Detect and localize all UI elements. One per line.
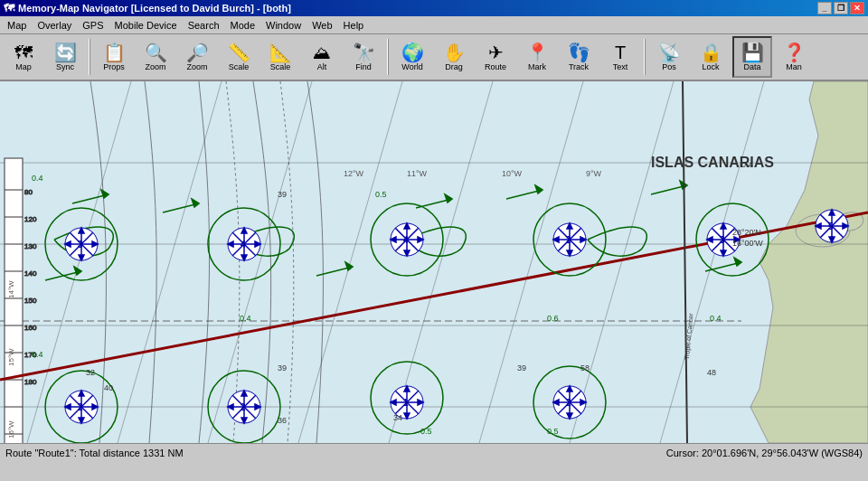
svg-text:16°00'W: 16°00'W (732, 239, 763, 248)
svg-text:0.4: 0.4 (240, 314, 251, 323)
toolbar-icon-route: ✈ (488, 43, 504, 61)
toolbar-btn-lock[interactable]: 🔒Lock (691, 36, 731, 78)
menu-item-search[interactable]: Search (183, 16, 225, 33)
menu-item-mobile-device[interactable]: Mobile Device (109, 16, 183, 33)
minimize-button[interactable]: _ (817, 2, 832, 14)
map-svg: 80 120 130 140 150 160 170 180 (0, 81, 868, 443)
svg-text:1: 1 (403, 398, 409, 408)
toolbar-btn-mark[interactable]: 📍Mark (517, 36, 557, 78)
svg-text:150: 150 (24, 297, 37, 305)
statusbar: Route "Route1": Total distance 1331 NM C… (0, 443, 868, 461)
toolbar-btn-pos[interactable]: 📡Pos (649, 36, 689, 78)
svg-text:0.5: 0.5 (375, 190, 387, 199)
svg-text:2: 2 (566, 398, 571, 408)
titlebar: 🗺 Memory-Map Navigator [Licensed to Davi… (0, 0, 868, 16)
toolbar-btn-props[interactable]: 📋Props (94, 36, 134, 78)
svg-text:16°W: 16°W (7, 420, 15, 439)
toolbar-separator (89, 39, 90, 75)
toolbar-btn-drag[interactable]: ✋Drag (434, 36, 474, 78)
svg-text:0.4: 0.4 (32, 174, 43, 183)
toolbar-btn-alt[interactable]: ⛰Alt (302, 36, 342, 78)
menu-item-help[interactable]: Help (338, 16, 370, 33)
svg-text:0.5: 0.5 (420, 427, 432, 436)
svg-text:4: 4 (403, 235, 409, 245)
toolbar-btn-man[interactable]: ❓Man (774, 36, 814, 78)
toolbar-separator (387, 39, 389, 75)
toolbar-btn-scale[interactable]: 📏Scale (219, 36, 259, 78)
menu-item-overlay[interactable]: Overlay (32, 16, 77, 33)
toolbar-btn-text[interactable]: TText (600, 36, 640, 78)
svg-text:0.5: 0.5 (547, 427, 559, 436)
toolbar-icon-data: 💾 (741, 43, 764, 61)
menu-item-mode[interactable]: Mode (225, 16, 261, 33)
toolbar-btn-zoom[interactable]: 🔍Zoom (136, 36, 175, 78)
svg-text:0.4: 0.4 (741, 160, 753, 169)
svg-text:5: 5 (828, 222, 834, 231)
toolbar-icon-zoom: 🔍 (145, 43, 167, 61)
toolbar-btn-world[interactable]: 🌍World (392, 36, 432, 78)
menu-item-web[interactable]: Web (307, 16, 337, 33)
svg-text:ISLAS CANARIAS: ISLAS CANARIAS (651, 155, 774, 170)
svg-rect-17 (5, 158, 23, 443)
map-area[interactable]: 80 120 130 140 150 160 170 180 (0, 81, 868, 443)
svg-text:39: 39 (278, 190, 287, 199)
status-left: Route "Route1": Total distance 1331 NM (5, 448, 184, 458)
toolbar: 🗺Map🔄Sync📋Props🔍Zoom🔎Zoom📏Scale📐Scale⛰Al… (0, 34, 868, 81)
toolbar-icon-text: T (615, 43, 626, 61)
svg-text:11°W: 11°W (407, 169, 428, 178)
svg-text:120: 120 (24, 215, 37, 223)
toolbar-btn-track[interactable]: 👣Track (559, 36, 599, 78)
toolbar-icon-props: 📋 (103, 43, 126, 61)
toolbar-icon-pos: 📡 (658, 43, 681, 61)
svg-text:80: 80 (24, 188, 33, 196)
toolbar-icon-alt: ⛰ (313, 43, 331, 61)
svg-text:4: 4 (241, 240, 246, 250)
svg-text:0.4: 0.4 (710, 314, 722, 323)
svg-text:32: 32 (86, 368, 95, 377)
svg-text:2: 2 (241, 402, 246, 412)
toolbar-icon-zoom: 🔎 (186, 43, 209, 61)
toolbar-btn-zoom[interactable]: 🔎Zoom (177, 36, 217, 78)
close-button[interactable]: ✕ (850, 2, 864, 14)
toolbar-icon-man: ❓ (783, 43, 806, 61)
toolbar-btn-data[interactable]: 💾Data (732, 36, 772, 78)
svg-text:14°W: 14°W (7, 280, 15, 298)
svg-text:140: 140 (24, 269, 37, 278)
toolbar-btn-route[interactable]: ✈Route (476, 36, 515, 78)
svg-text:28°20'N: 28°20'N (732, 228, 761, 237)
status-right: Cursor: 20°01.696'N, 29°56.043'W (WGS84) (666, 448, 863, 458)
svg-text:0.6: 0.6 (547, 314, 559, 323)
toolbar-btn-map[interactable]: 🗺Map (4, 36, 43, 78)
menu-item-window[interactable]: Window (260, 16, 307, 33)
svg-text:15°W: 15°W (7, 348, 15, 366)
svg-text:180: 180 (24, 378, 37, 386)
toolbar-icon-lock: 🔒 (700, 43, 722, 61)
toolbar-icon-scale: 📏 (228, 43, 250, 61)
svg-text:39: 39 (278, 363, 287, 373)
titlebar-title: Memory-Map Navigator [Licensed to David … (18, 3, 291, 14)
toolbar-btn-sync[interactable]: 🔄Sync (45, 36, 85, 78)
svg-text:2: 2 (78, 402, 83, 412)
svg-text:9°W: 9°W (586, 169, 602, 178)
toolbar-icon-scale: 📐 (269, 43, 292, 61)
svg-text:34: 34 (393, 413, 402, 422)
menubar: MapOverlayGPSMobile DeviceSearchModeWind… (0, 16, 868, 34)
menu-item-map[interactable]: Map (2, 16, 32, 33)
toolbar-icon-world: 🌍 (401, 43, 424, 61)
svg-text:160: 160 (24, 324, 37, 332)
titlebar-controls: _ ❐ ✕ (817, 2, 864, 14)
toolbar-icon-track: 👣 (568, 43, 590, 61)
svg-text:130: 130 (24, 242, 37, 250)
svg-text:0.4: 0.4 (32, 350, 43, 359)
toolbar-btn-find[interactable]: 🔭Find (344, 36, 383, 78)
svg-text:40: 40 (104, 383, 113, 392)
svg-text:3: 3 (78, 240, 83, 250)
svg-text:10°W: 10°W (502, 169, 523, 178)
toolbar-btn-scale[interactable]: 📐Scale (260, 36, 300, 78)
svg-text:48: 48 (707, 368, 716, 377)
toolbar-icon-map: 🗺 (14, 43, 33, 61)
toolbar-icon-drag: ✋ (443, 43, 466, 61)
menu-item-gps[interactable]: GPS (77, 16, 108, 33)
toolbar-separator (644, 39, 646, 75)
restore-button[interactable]: ❐ (834, 2, 848, 14)
